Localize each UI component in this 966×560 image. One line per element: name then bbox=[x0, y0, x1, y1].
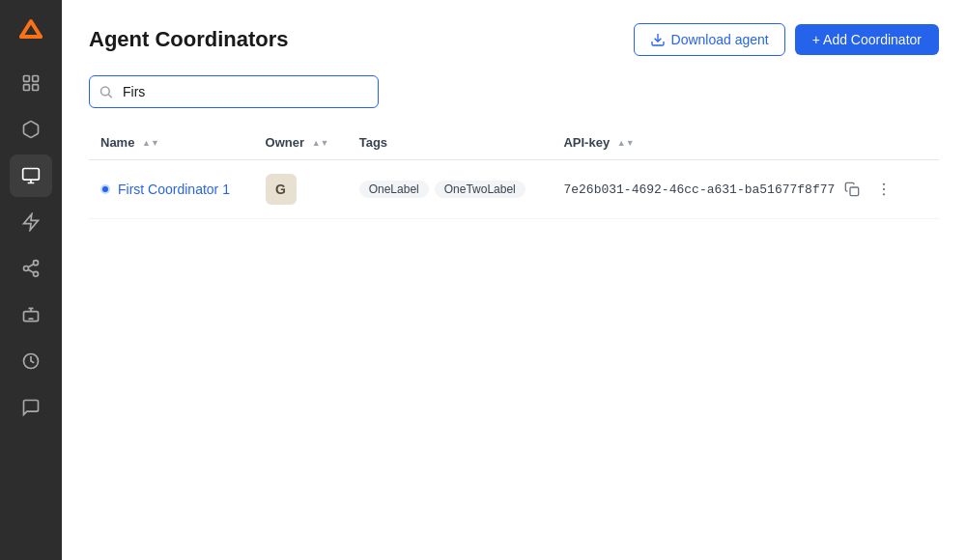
header-row: Agent Coordinators Download agent + Add … bbox=[89, 23, 939, 56]
svg-rect-0 bbox=[24, 76, 30, 82]
download-agent-button[interactable]: Download agent bbox=[634, 23, 785, 56]
search-input[interactable] bbox=[89, 75, 379, 108]
apikey-sort-icon[interactable]: ▲▼ bbox=[617, 139, 635, 148]
sidebar-item-share[interactable] bbox=[10, 247, 52, 290]
svg-rect-11 bbox=[24, 312, 39, 322]
sidebar-item-grid[interactable] bbox=[10, 62, 52, 104]
copy-api-key-button[interactable] bbox=[842, 180, 862, 199]
download-icon bbox=[650, 32, 666, 47]
svg-rect-1 bbox=[33, 76, 39, 82]
sidebar-item-robot[interactable] bbox=[10, 294, 52, 336]
col-tags: Tags bbox=[348, 126, 553, 160]
more-icon bbox=[875, 181, 893, 198]
svg-rect-4 bbox=[23, 169, 40, 181]
status-dot bbox=[100, 184, 110, 194]
tag[interactable]: OneTwoLabel bbox=[435, 181, 526, 198]
coordinator-name[interactable]: First Coordinator 1 bbox=[118, 182, 230, 197]
table-header-row: Name ▲▼ Owner ▲▼ Tags API-key ▲▼ bbox=[89, 126, 939, 160]
svg-point-18 bbox=[883, 188, 885, 190]
svg-rect-3 bbox=[33, 85, 39, 91]
svg-point-17 bbox=[883, 183, 885, 185]
main-content: Agent Coordinators Download agent + Add … bbox=[62, 0, 966, 560]
more-options-button[interactable] bbox=[869, 177, 898, 202]
header-actions: Download agent + Add Coordinator bbox=[634, 23, 939, 56]
svg-point-8 bbox=[34, 271, 39, 276]
add-coordinator-button[interactable]: + Add Coordinator bbox=[795, 24, 939, 55]
svg-point-6 bbox=[34, 261, 39, 266]
svg-point-7 bbox=[24, 266, 29, 271]
logo bbox=[14, 12, 48, 46]
owner-cell: G bbox=[254, 160, 348, 219]
api-key-cell: 7e26b031-4692-46cc-a631-ba51677f8f77 bbox=[552, 160, 939, 219]
page-title: Agent Coordinators bbox=[89, 27, 289, 52]
search-container bbox=[89, 75, 379, 108]
coordinator-name-cell: First Coordinator 1 bbox=[89, 160, 254, 219]
svg-rect-2 bbox=[24, 85, 30, 91]
svg-rect-16 bbox=[850, 187, 859, 196]
tag[interactable]: OneLabel bbox=[359, 181, 429, 198]
sidebar-item-message[interactable] bbox=[10, 386, 52, 429]
col-apikey: API-key ▲▼ bbox=[552, 126, 939, 160]
table-container: Name ▲▼ Owner ▲▼ Tags API-key ▲▼ bbox=[89, 126, 939, 537]
col-name: Name ▲▼ bbox=[89, 126, 254, 160]
sidebar bbox=[0, 0, 62, 560]
col-owner: Owner ▲▼ bbox=[254, 126, 348, 160]
sidebar-item-lightning[interactable] bbox=[10, 201, 52, 243]
svg-line-10 bbox=[28, 264, 34, 266]
svg-marker-5 bbox=[24, 214, 39, 231]
copy-icon bbox=[844, 182, 860, 197]
sidebar-item-clock[interactable] bbox=[10, 340, 52, 382]
table-row: First Coordinator 1 G OneLabelOneTwoLabe… bbox=[89, 160, 939, 219]
svg-line-15 bbox=[108, 95, 111, 98]
owner-sort-icon[interactable]: ▲▼ bbox=[312, 139, 329, 148]
svg-point-19 bbox=[883, 193, 885, 195]
name-sort-icon[interactable]: ▲▼ bbox=[142, 139, 159, 148]
tags-cell: OneLabelOneTwoLabel bbox=[348, 160, 553, 219]
owner-avatar: G bbox=[266, 174, 297, 205]
coordinators-table: Name ▲▼ Owner ▲▼ Tags API-key ▲▼ bbox=[89, 126, 939, 219]
api-key-value: 7e26b031-4692-46cc-a631-ba51677f8f77 bbox=[563, 182, 835, 197]
search-icon bbox=[99, 85, 113, 99]
svg-line-9 bbox=[28, 269, 34, 272]
svg-point-14 bbox=[101, 87, 110, 96]
sidebar-item-box[interactable] bbox=[10, 108, 52, 151]
sidebar-item-agent[interactable] bbox=[10, 154, 52, 197]
